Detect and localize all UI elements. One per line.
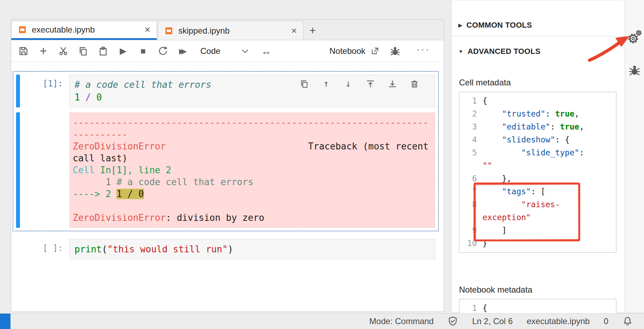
editor-line: 10} (459, 237, 616, 250)
error-name: ZeroDivisionError (73, 141, 166, 152)
traceback-spacer (166, 141, 308, 152)
json-key: "slideshow" (482, 135, 555, 144)
more-commands-icon[interactable]: ··· (416, 44, 431, 58)
trust-shield-icon (448, 316, 458, 327)
json-punct: ] (482, 226, 507, 235)
insert-cell-above-icon[interactable] (365, 78, 375, 89)
paste-cells-icon[interactable] (96, 44, 110, 58)
editor-line: 6 }, (459, 172, 616, 185)
json-punct: { (482, 96, 487, 105)
traceback-text: ----------------------------------------… (73, 117, 432, 224)
json-punct: } (482, 239, 487, 248)
tab-skipped-ipynb[interactable]: skipped.ipynb × (158, 21, 303, 40)
json-key: "slide_type" (482, 148, 579, 157)
delete-cell-icon[interactable] (409, 78, 420, 89)
code-line: print("this would still run") (74, 243, 430, 255)
advanced-tools-section-header[interactable]: ▼ ADVANCED TOOLS (451, 36, 625, 56)
code-cell-2[interactable]: [ ]: print("this would still run") (13, 236, 439, 263)
line-number: 1 (459, 302, 477, 315)
paren-token: ) (228, 244, 233, 254)
notebook-content: [1]: # a code cell that errors 1 / 0 ↑ ↓ (11, 62, 444, 312)
new-launcher-button[interactable]: + (303, 21, 322, 40)
code-cell-1[interactable]: [1]: # a code cell that errors 1 / 0 ↑ ↓ (13, 71, 439, 231)
active-file-name: executable.ipynb (527, 316, 590, 326)
cursor-position-indicator[interactable]: Ln 2, Col 6 (472, 316, 513, 326)
move-cell-up-icon[interactable]: ↑ (321, 78, 331, 89)
line-number: 2 (459, 107, 477, 120)
cell-type-dropdown[interactable]: Code (200, 46, 250, 56)
output-prompt (20, 112, 69, 228)
property-inspector-gears-icon[interactable] (627, 29, 642, 45)
command-mode-indicator[interactable]: Mode: Command (369, 316, 434, 326)
input-collapser[interactable] (16, 239, 20, 259)
error-arrow: ----> 2 (73, 189, 116, 199)
string-token: "this would still run" (107, 244, 228, 254)
input-collapser[interactable] (16, 75, 20, 107)
interrupt-kernel-icon[interactable]: ■ (136, 44, 150, 58)
code-line: 1 / 0 (74, 91, 430, 104)
editor-line: 7 "tags": [ (459, 185, 616, 198)
number-token: 0 (96, 92, 102, 103)
notebook-toolbar: + ▶ ■ ▶▶ Code ↔ Notebook ·· (11, 40, 444, 62)
kernel-name: Notebook (329, 46, 365, 56)
kernel-switcher[interactable]: Notebook (329, 46, 379, 56)
restart-kernel-icon[interactable] (156, 44, 170, 58)
right-activity-bar (625, 0, 644, 312)
json-key: "tags" (482, 187, 531, 196)
execution-prompt: [ ]: (20, 239, 69, 259)
comment-token: # a code cell that errors (74, 79, 211, 90)
caret-down-icon: ▼ (458, 49, 463, 54)
external-link-icon (370, 47, 379, 56)
json-key: "trusted" (482, 109, 545, 118)
code-input-editor[interactable]: print("this would still run") (69, 239, 435, 259)
cell-input-row: [1]: # a code cell that errors 1 / 0 ↑ ↓ (16, 75, 435, 107)
tab-label: skipped.ipynb (178, 26, 286, 36)
insert-cell-below-icon[interactable] (387, 78, 398, 89)
editor-line: 8 "raises-exception" (459, 198, 616, 224)
cell-toolbar: ↑ ↓ (299, 78, 420, 89)
expand-horizontal-icon[interactable]: ↔ (259, 44, 273, 58)
duplicate-cell-icon[interactable] (299, 78, 309, 89)
debugger-bug-icon[interactable] (388, 44, 402, 58)
error-name: ZeroDivisionError (73, 212, 166, 223)
save-icon[interactable] (16, 44, 31, 58)
status-accent-square (0, 314, 10, 329)
bell-icon[interactable] (622, 316, 633, 327)
notebook-metadata-label: Notebook metadata (459, 285, 625, 295)
editor-line: 2 "trusted": true, (459, 107, 616, 120)
notebook-panel: executable.ipynb × skipped.ipynb × + + ▶… (11, 19, 444, 312)
cell-metadata-editor[interactable]: 1{ 2 "trusted": true, 3 "editable": true… (459, 92, 616, 253)
line-number: 10 (459, 237, 477, 250)
operator-token: / (80, 92, 96, 103)
caret-right-icon: ▶ (458, 22, 462, 28)
context-comment: # a code cell that errors (116, 177, 253, 187)
copy-cells-icon[interactable] (76, 44, 91, 58)
number-token: 1 (74, 92, 80, 103)
cell-metadata-label: Cell metadata (459, 78, 625, 88)
traceback-cell-word: Cell (73, 165, 100, 175)
editor-line: 1{ (459, 94, 616, 107)
traceback-divider: ----------------------------------------… (73, 117, 428, 140)
output-collapser[interactable] (16, 112, 20, 228)
tab-bar: executable.ipynb × skipped.ipynb × + (11, 20, 444, 40)
line-number: 4 (459, 133, 477, 146)
editor-line: 5 "slide_type": "" (459, 146, 616, 172)
move-cell-down-icon[interactable]: ↓ (343, 78, 353, 89)
tab-executable-ipynb[interactable]: executable.ipynb × (11, 21, 157, 40)
status-bar: Mode: Command Ln 2, Col 6 executable.ipy… (0, 313, 644, 329)
line-number: 6 (459, 172, 477, 185)
close-icon[interactable]: × (145, 25, 150, 35)
cut-cells-icon[interactable] (56, 44, 71, 58)
json-string: "" (482, 161, 492, 170)
debugger-bug-icon[interactable] (629, 64, 641, 76)
run-all-cells-icon[interactable]: ▶▶ (176, 44, 190, 58)
notification-count[interactable]: 0 (604, 316, 608, 326)
code-input-editor[interactable]: # a code cell that errors 1 / 0 ↑ ↓ (69, 75, 435, 107)
run-cell-icon[interactable]: ▶ (116, 44, 130, 58)
common-tools-section-header[interactable]: ▶ COMMON TOOLS (451, 0, 625, 36)
cell-input-row: [ ]: print("this would still run") (16, 239, 435, 259)
json-punct: : (531, 187, 541, 196)
json-key: "editable" (482, 122, 550, 131)
close-icon[interactable]: × (291, 26, 297, 36)
insert-cell-icon[interactable]: + (36, 44, 51, 58)
